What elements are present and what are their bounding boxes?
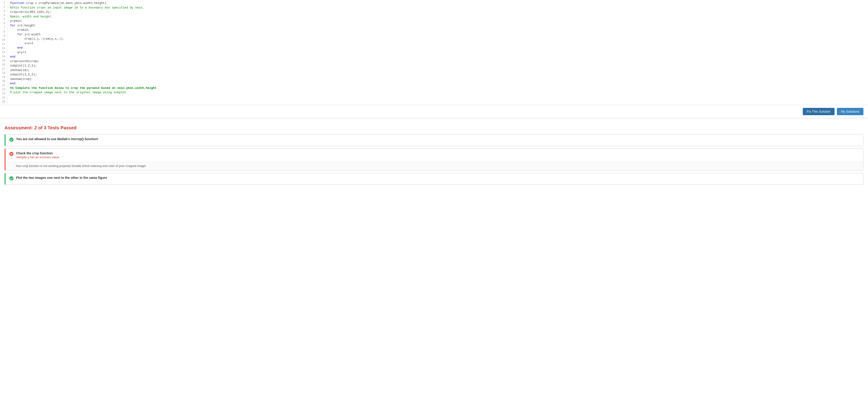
line-number: 16 xyxy=(2,63,5,67)
code-area: 1234567891011121314151617181920212223242… xyxy=(0,0,868,105)
code-line: crop=zeros(801,1101,3); xyxy=(10,10,865,14)
test-content: Plot the two images one next to the othe… xyxy=(16,176,860,180)
code-line: end xyxy=(10,55,865,59)
code-line: imshow(im); xyxy=(10,68,865,72)
tests-container: You are not allowed to use Matlab's imcr… xyxy=(5,134,863,185)
line-number: 11 xyxy=(2,42,5,46)
code-line: %% Complete the function below to crop t… xyxy=(10,86,865,90)
my-solutions-button[interactable]: My Solutions xyxy=(837,108,863,115)
line-number: 18 xyxy=(2,71,5,75)
line-number: 7 xyxy=(2,26,5,30)
line-number: 5 xyxy=(2,18,5,22)
pass-icon xyxy=(9,176,14,182)
code-line: subplot(1,2,1); xyxy=(10,63,865,68)
test-title: You are not allowed to use Matlab's imcr… xyxy=(16,137,860,141)
pass-icon xyxy=(9,137,14,143)
line-number: 3 xyxy=(2,9,5,13)
code-line: %this function crops an input image im t… xyxy=(10,5,865,10)
code-line: imshow(crop) xyxy=(10,77,865,82)
test-description: Your crop function is not working proper… xyxy=(5,162,863,171)
code-line: for j=1:width xyxy=(10,32,865,37)
code-line: for i=1:height xyxy=(10,23,865,28)
line-number: 20 xyxy=(2,79,5,83)
line-number: 21 xyxy=(2,83,5,88)
line-number: 8 xyxy=(2,30,5,34)
line-number: 10 xyxy=(2,38,5,42)
test-result: Check the crop functionVariable y has an… xyxy=(5,148,863,171)
assessment-section: Assessment: 2 of 3 Tests Passed You are … xyxy=(0,121,868,185)
code-line: y=ymin; xyxy=(10,19,865,23)
code-line: end xyxy=(10,45,865,50)
code-line: crop=uint8(crop) xyxy=(10,59,865,64)
test-header: You are not allowed to use Matlab's imcr… xyxy=(5,134,863,146)
line-number: 24 xyxy=(2,96,5,100)
fix-this-solution-button[interactable]: Fix This Solution xyxy=(803,108,835,115)
line-number: 12 xyxy=(2,46,5,50)
svg-point-0 xyxy=(9,137,13,142)
test-result: Plot the two images one next to the othe… xyxy=(5,173,863,185)
code-lines[interactable]: function crop = cropPyramid(im,xmin,ymin… xyxy=(7,1,868,104)
code-line: % plot the cropped image next to the ori… xyxy=(10,90,865,95)
test-error: Variable y has an incorrect value. xyxy=(16,155,860,159)
assessment-title: Assessment: 2 of 3 Tests Passed xyxy=(5,125,863,130)
line-number: 19 xyxy=(2,75,5,79)
fail-icon xyxy=(9,152,14,157)
svg-point-4 xyxy=(9,176,13,180)
code-line: %ymin, width and height. xyxy=(10,14,865,19)
line-number: 15 xyxy=(2,59,5,63)
line-number: 14 xyxy=(2,55,5,59)
code-line: subplot(1,2,2); xyxy=(10,72,865,77)
test-title: Check the crop function xyxy=(16,151,860,155)
line-number: 1 xyxy=(2,1,5,5)
test-header: Plot the two images one next to the othe… xyxy=(5,173,863,185)
line-number: 17 xyxy=(2,67,5,71)
code-line: y=y+1 xyxy=(10,50,865,55)
toolbar: Fix This Solution My Solutions xyxy=(0,105,868,118)
line-numbers: 1234567891011121314151617181920212223242… xyxy=(0,1,7,104)
test-header: Check the crop functionVariable y has an… xyxy=(5,149,863,162)
line-number: 23 xyxy=(2,92,5,96)
line-number: 9 xyxy=(2,34,5,38)
code-line: end xyxy=(10,81,865,86)
code-line: crop(i,j,:)=im(y,x,:); xyxy=(10,37,865,41)
code-line: x=xmin; xyxy=(10,28,865,32)
code-line: function crop = cropPyramid(im,xmin,ymin… xyxy=(10,1,865,5)
line-number: 6 xyxy=(2,22,5,26)
test-result: You are not allowed to use Matlab's imcr… xyxy=(5,134,863,146)
code-editor: 1234567891011121314151617181920212223242… xyxy=(0,0,868,105)
test-content: Check the crop functionVariable y has an… xyxy=(16,151,860,159)
line-number: 13 xyxy=(2,50,5,55)
line-number: 4 xyxy=(2,13,5,18)
code-line: x=x+1 xyxy=(10,41,865,46)
line-number: 25 xyxy=(2,100,5,104)
line-number: 2 xyxy=(2,5,5,9)
test-title: Plot the two images one next to the othe… xyxy=(16,176,860,180)
line-number: 22 xyxy=(2,88,5,92)
test-content: You are not allowed to use Matlab's imcr… xyxy=(16,137,860,141)
